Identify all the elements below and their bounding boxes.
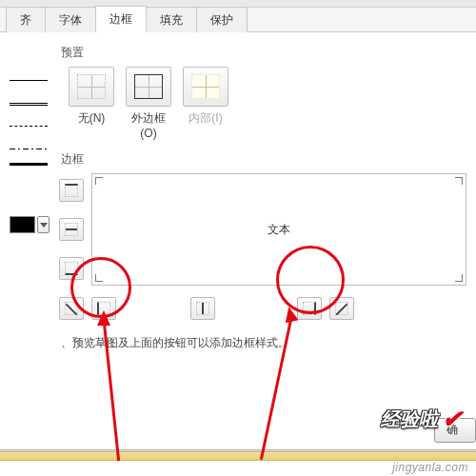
preset-section-label: 预置: [61, 45, 466, 61]
hint-text: 、预览草图及上面的按钮可以添加边框样式。: [61, 335, 465, 351]
line-style-option[interactable]: [10, 80, 48, 89]
border-bottom-row: [59, 297, 466, 320]
preset-outline-label: 外边框(O): [126, 110, 171, 140]
border-diag-up-button[interactable]: [329, 297, 354, 320]
tab-bar: 齐 字体 边框 填充 保护: [0, 8, 476, 32]
border-top-button[interactable]: [59, 179, 84, 202]
border-preview: 文本: [91, 173, 466, 286]
border-middle-h-button[interactable]: [59, 218, 84, 241]
line-style-list: [0, 37, 55, 351]
preset-labels: 无(N) 外边框(O) 内部(I): [59, 110, 466, 140]
preset-inside[interactable]: [183, 67, 228, 107]
border-middle-v-button[interactable]: [190, 297, 215, 320]
preset-none-icon: [77, 74, 106, 99]
preset-outline-icon: [134, 74, 163, 99]
border-diag-down-icon: [65, 302, 78, 315]
border-right-icon: [303, 302, 316, 315]
line-style-option[interactable]: [10, 163, 48, 174]
watermark-logo-text: 经验啦: [381, 407, 438, 432]
preview-sample-text: 文本: [268, 222, 290, 238]
preset-outline[interactable]: [126, 67, 171, 107]
line-style-option[interactable]: [10, 126, 48, 135]
border-middle-h-icon: [65, 223, 78, 236]
line-style-option[interactable]: [10, 103, 48, 112]
color-swatch: [10, 216, 35, 233]
tab-border[interactable]: 边框: [95, 6, 147, 32]
line-style-option[interactable]: [10, 149, 48, 149]
line-color-select[interactable]: [10, 216, 50, 233]
border-right-button[interactable]: [297, 297, 322, 320]
border-bottom-icon: [65, 262, 78, 275]
preset-none-label: 无(N): [69, 110, 114, 140]
corner-mark-icon: [455, 177, 463, 185]
ok-button[interactable]: 确: [434, 418, 476, 443]
watermark-url: jingyanla.com: [392, 461, 468, 474]
status-strip: [0, 451, 476, 461]
tab-font[interactable]: 字体: [45, 7, 96, 32]
border-diag-up-icon: [335, 302, 348, 315]
border-top-icon: [65, 184, 78, 197]
border-bottom-button[interactable]: [59, 257, 84, 280]
preset-inside-icon: [191, 74, 220, 99]
tab-protect[interactable]: 保护: [196, 7, 248, 32]
border-left-button[interactable]: [91, 297, 116, 320]
tab-align[interactable]: 齐: [6, 7, 46, 32]
border-left-icon: [97, 302, 110, 315]
preset-inside-label: 内部(I): [183, 110, 228, 140]
tab-fill[interactable]: 填充: [146, 7, 197, 32]
border-diag-down-button[interactable]: [59, 297, 84, 320]
preset-none[interactable]: [69, 67, 114, 107]
dialog-content: 预置 无(N) 外边框(O) 内部(I) 边框: [0, 32, 476, 351]
preset-row: [59, 67, 466, 107]
corner-mark-icon: [95, 274, 103, 282]
border-section-label: 边框: [61, 151, 466, 168]
corner-mark-icon: [95, 177, 103, 185]
corner-mark-icon: [455, 274, 463, 282]
border-middle-v-icon: [196, 302, 209, 315]
chevron-down-icon[interactable]: [37, 216, 50, 233]
